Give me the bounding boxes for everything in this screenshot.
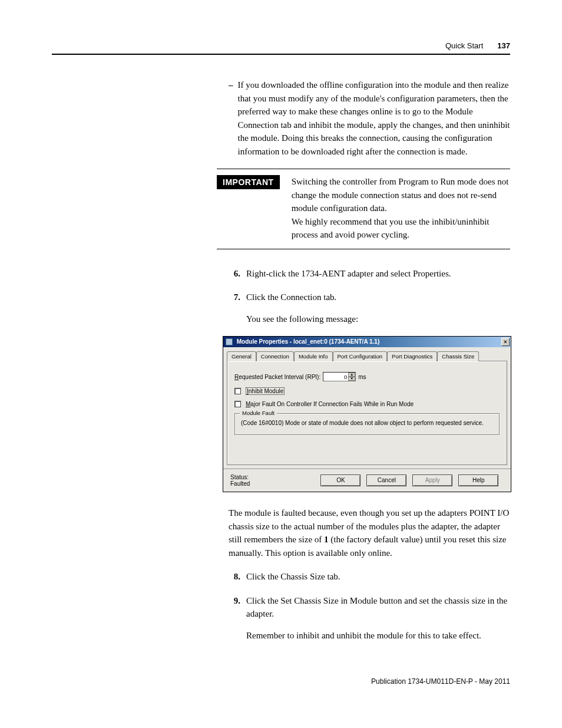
important-p1: Switching the controller from Program to… <box>292 175 510 215</box>
page-number: 137 <box>497 41 510 50</box>
step-7: 7. Click the Connection tab. You see the… <box>229 291 510 325</box>
step-9-followup: Remember to inhibit and unhibit the modu… <box>246 629 510 643</box>
connection-tab-panel: Requested Packet Interval (RPI): 0 ▲▼ ms… <box>227 361 507 465</box>
status-text: Status: Faulted <box>230 474 250 487</box>
dialog-screenshot: Module Properties - local_enet:0 (1734-A… <box>223 336 510 492</box>
step-text: Click the Chassis Size tab. <box>246 570 510 584</box>
tab-chassis-size[interactable]: Chassis Size <box>437 351 479 361</box>
running-header: Quick Start 137 <box>52 41 510 50</box>
window-icon <box>226 338 233 345</box>
module-fault-group: Module Fault (Code 16#0010) Mode or stat… <box>234 413 500 435</box>
cancel-button[interactable]: Cancel <box>366 475 406 486</box>
bullet-text: If you downloaded the offline configurat… <box>238 78 511 158</box>
ok-button[interactable]: OK <box>320 475 361 486</box>
apply-button[interactable]: Apply <box>412 475 452 486</box>
spinner-arrows[interactable]: ▲▼ <box>348 373 355 381</box>
step-text: Click the Connection tab. You see the fo… <box>246 291 510 325</box>
module-properties-dialog: Module Properties - local_enet:0 (1734-A… <box>223 336 511 492</box>
step-9-text: Click the Set Chassis Size in Module but… <box>246 594 510 621</box>
dash-bullet: – If you downloaded the offline configur… <box>229 78 510 158</box>
tab-strip: General Connection Module Info Port Conf… <box>223 347 511 361</box>
dialog-footer: Status: Faulted OK Cancel Apply Help <box>223 469 511 492</box>
major-fault-row: Major Fault On Controller If Connection … <box>234 401 500 407</box>
titlebar-left: Module Properties - local_enet:0 (1734-A… <box>226 338 379 345</box>
step-6: 6. Right-click the 1734-AENT adapter and… <box>229 267 510 281</box>
step-text: Click the Set Chassis Size in Module but… <box>246 594 510 643</box>
tab-port-configuration[interactable]: Port Configuration <box>333 351 388 361</box>
rpi-input[interactable]: 0 ▲▼ <box>323 372 356 381</box>
close-icon[interactable]: × <box>501 338 510 346</box>
tab-general[interactable]: General <box>227 351 256 361</box>
rpi-label: Requested Packet Interval (RPI): <box>234 374 320 380</box>
after-dialog-para: The module is faulted because, even thou… <box>229 506 510 559</box>
major-fault-label: Major Fault On Controller If Connection … <box>246 401 414 407</box>
titlebar: Module Properties - local_enet:0 (1734-A… <box>223 337 511 347</box>
after-dialog-bold: 1 <box>324 535 329 544</box>
content-column: – If you downloaded the offline configur… <box>229 78 510 158</box>
step-9: 9. Click the Set Chassis Size in Module … <box>229 594 510 643</box>
publication-id: Publication 1734-UM011D-EN-P - May 2011 <box>371 677 510 686</box>
help-button[interactable]: Help <box>458 475 498 486</box>
important-p2: We highly recommend that you use the inh… <box>292 215 510 242</box>
step-number: 8. <box>229 570 240 584</box>
section-title: Quick Start <box>445 41 483 50</box>
steps: 6. Right-click the 1734-AENT adapter and… <box>229 267 510 643</box>
header-rule <box>52 54 510 55</box>
step-7-followup: You see the following message: <box>246 312 510 326</box>
step-8: 8. Click the Chassis Size tab. <box>229 570 510 584</box>
important-top-rule <box>217 169 510 169</box>
important-bottom-rule <box>217 249 510 249</box>
inhibit-row: Inhibit Module <box>234 387 500 395</box>
important-label: IMPORTANT <box>217 175 280 189</box>
page: Quick Start 137 – If you downloaded the … <box>0 0 562 715</box>
tab-connection[interactable]: Connection <box>256 351 294 361</box>
step-text: Right-click the 1734-AENT adapter and se… <box>246 267 510 281</box>
footer: Publication 1734-UM011D-EN-P - May 2011 <box>52 677 510 686</box>
window-title: Module Properties - local_enet:0 (1734-A… <box>237 338 379 345</box>
rpi-unit: ms <box>358 374 366 380</box>
important-text: Switching the controller from Program to… <box>292 175 510 242</box>
rpi-row: Requested Packet Interval (RPI): 0 ▲▼ ms <box>234 372 500 381</box>
button-row: OK Cancel Apply Help <box>320 475 498 486</box>
step-number: 7. <box>229 291 240 325</box>
step-number: 9. <box>229 594 240 643</box>
inhibit-checkbox[interactable] <box>234 388 241 394</box>
dash-marker: – <box>229 78 233 158</box>
step-number: 6. <box>229 267 240 281</box>
rpi-value: 0 <box>344 374 347 380</box>
important-box: IMPORTANT Switching the controller from … <box>217 175 510 242</box>
module-fault-legend: Module Fault <box>240 410 277 416</box>
step-7-text: Click the Connection tab. <box>246 291 510 304</box>
module-fault-text: (Code 16#0010) Mode or state of module d… <box>241 420 493 426</box>
major-fault-checkbox[interactable] <box>234 401 241 407</box>
tab-port-diagnostics[interactable]: Port Diagnostics <box>387 351 437 361</box>
tab-module-info[interactable]: Module Info <box>294 351 333 361</box>
inhibit-label: Inhibit Module <box>246 387 285 395</box>
